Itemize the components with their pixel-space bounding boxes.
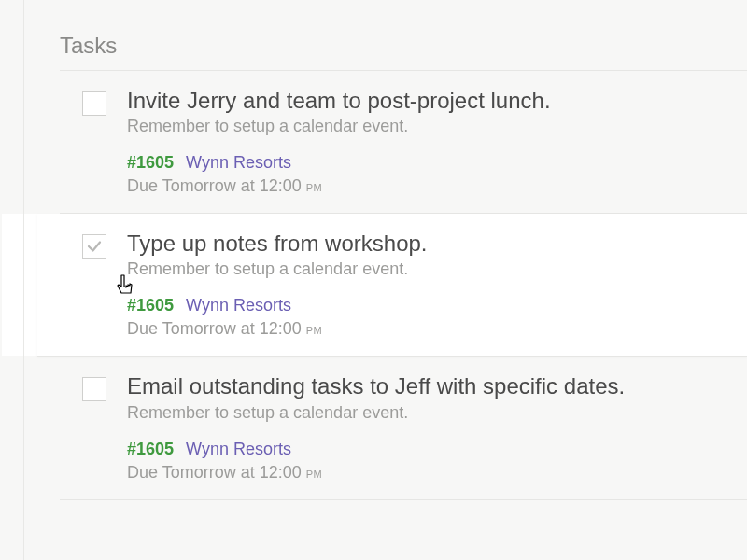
- task-note: Remember to setup a calendar event.: [127, 403, 747, 423]
- task-id-link[interactable]: #1605: [127, 296, 174, 315]
- task-row[interactable]: Type up notes from workshop. Remember to…: [37, 214, 747, 357]
- task-body: Type up notes from workshop. Remember to…: [127, 229, 747, 339]
- section-title: Tasks: [60, 33, 747, 59]
- task-project-link[interactable]: Wynn Resorts: [186, 296, 291, 315]
- task-title: Invite Jerry and team to post-project lu…: [127, 86, 747, 115]
- task-checkbox[interactable]: [82, 377, 106, 401]
- task-title: Email outstanding tasks to Jeff with spe…: [127, 371, 747, 400]
- task-row[interactable]: Email outstanding tasks to Jeff with spe…: [60, 357, 747, 499]
- task-due: Due Tomorrow at 12:00 pm: [127, 463, 747, 483]
- task-note: Remember to setup a calendar event.: [127, 259, 747, 279]
- task-title: Type up notes from workshop.: [127, 229, 747, 258]
- task-list: Invite Jerry and team to post-project lu…: [60, 70, 747, 500]
- task-id-link[interactable]: #1605: [127, 440, 174, 459]
- task-checkbox[interactable]: [82, 234, 106, 259]
- task-meta: #1605 Wynn Resorts Due Tomorrow at 12:00…: [127, 296, 747, 339]
- task-row[interactable]: Invite Jerry and team to post-project lu…: [60, 71, 747, 214]
- task-due: Due Tomorrow at 12:00 pm: [127, 176, 747, 196]
- task-body: Invite Jerry and team to post-project lu…: [127, 86, 747, 196]
- task-project-link[interactable]: Wynn Resorts: [186, 440, 291, 459]
- task-due: Due Tomorrow at 12:00 pm: [127, 319, 747, 339]
- check-icon: [86, 238, 103, 255]
- task-meta: #1605 Wynn Resorts Due Tomorrow at 12:00…: [127, 440, 747, 483]
- task-meta: #1605 Wynn Resorts Due Tomorrow at 12:00…: [127, 153, 747, 196]
- task-project-link[interactable]: Wynn Resorts: [186, 153, 291, 173]
- tasks-panel: Tasks Invite Jerry and team to post-proj…: [23, 0, 747, 560]
- task-id-link[interactable]: #1605: [127, 153, 174, 173]
- task-body: Email outstanding tasks to Jeff with spe…: [127, 371, 747, 482]
- task-checkbox[interactable]: [82, 91, 106, 116]
- task-note: Remember to setup a calendar event.: [127, 117, 747, 136]
